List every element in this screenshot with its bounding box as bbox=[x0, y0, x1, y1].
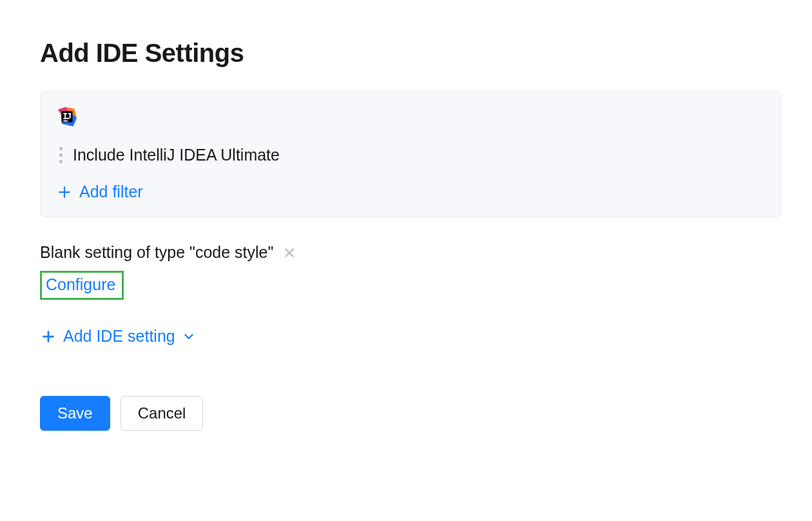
save-button[interactable]: Save bbox=[40, 396, 110, 431]
configure-highlight: Configure bbox=[40, 271, 124, 300]
add-filter-button[interactable]: Add filter bbox=[56, 182, 765, 201]
chevron-down-icon bbox=[182, 329, 196, 344]
add-filter-label: Add filter bbox=[79, 182, 143, 201]
include-product-row: Include IntelliJ IDEA Ultimate bbox=[56, 146, 765, 164]
svg-rect-9 bbox=[63, 121, 68, 122]
product-logo-row bbox=[56, 106, 765, 128]
drag-handle-icon[interactable] bbox=[56, 147, 65, 163]
setting-entry-row: Blank setting of type "code style" bbox=[40, 243, 781, 262]
include-product-label: Include IntelliJ IDEA Ultimate bbox=[73, 146, 280, 164]
action-button-row: Save Cancel bbox=[40, 396, 781, 431]
add-ide-setting-label: Add IDE setting bbox=[63, 327, 175, 346]
add-ide-setting-button[interactable]: Add IDE setting bbox=[40, 327, 781, 346]
plus-icon bbox=[56, 184, 73, 201]
page-title: Add IDE Settings bbox=[40, 39, 781, 68]
close-icon[interactable] bbox=[282, 246, 296, 260]
plus-icon bbox=[40, 328, 57, 345]
svg-rect-5 bbox=[64, 113, 66, 118]
intellij-logo-icon bbox=[56, 106, 78, 128]
product-filter-panel: Include IntelliJ IDEA Ultimate Add filte… bbox=[40, 91, 781, 217]
svg-rect-6 bbox=[63, 118, 67, 119]
configure-link[interactable]: Configure bbox=[46, 275, 115, 293]
svg-rect-8 bbox=[70, 113, 71, 118]
cancel-button[interactable]: Cancel bbox=[121, 396, 204, 431]
setting-label: Blank setting of type "code style" bbox=[40, 243, 273, 262]
